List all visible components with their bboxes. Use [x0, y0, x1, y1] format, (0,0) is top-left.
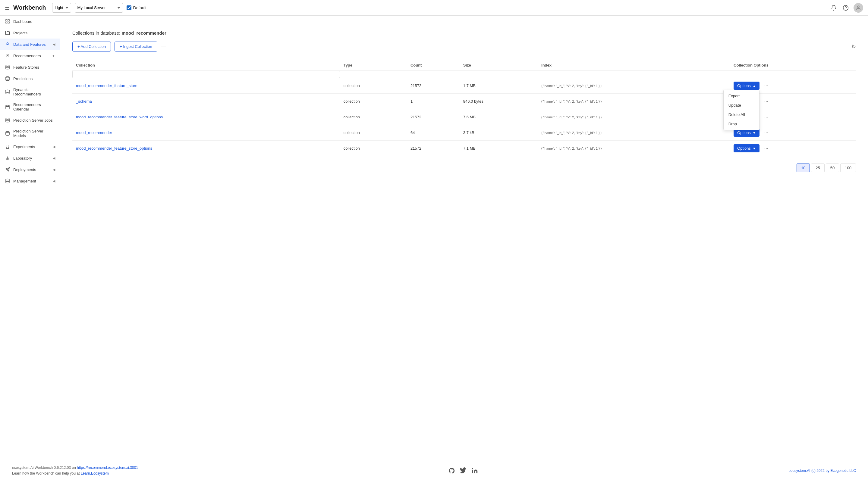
- row-type: collection: [340, 109, 407, 125]
- svg-rect-3: [6, 20, 7, 21]
- svg-rect-5: [6, 22, 7, 23]
- footer-version: ecosystem.Ai Workbench 0.6.212.03 on htt…: [12, 465, 138, 471]
- page-btn-25[interactable]: 25: [811, 164, 824, 172]
- sidebar-item-recommenders-calendar[interactable]: Recommenders Calendar: [0, 99, 60, 114]
- sidebar-item-predictions[interactable]: Predictions: [0, 73, 60, 84]
- table-row: mood_recommender_feature_store_options c…: [72, 141, 856, 156]
- chevron-left-icon: ◀: [53, 145, 55, 149]
- sidebar-item-dynamic-recommenders[interactable]: Dynamic Recommenders: [0, 84, 60, 99]
- table-filter-row: [72, 71, 856, 78]
- collections-label: Collections in database:: [72, 30, 120, 36]
- notification-icon[interactable]: [830, 4, 838, 12]
- github-icon[interactable]: [448, 467, 455, 474]
- sidebar-item-feature-stores[interactable]: Feature Stores: [0, 61, 60, 73]
- collections-table: Collection Type Count Size Index Collect…: [72, 60, 856, 156]
- svg-point-2: [858, 6, 859, 7]
- col-index: Index: [538, 60, 730, 71]
- main-layout: Dashboard Projects Data and Features ◀ R…: [0, 16, 868, 461]
- export-button[interactable]: Export: [724, 91, 759, 101]
- collection-link[interactable]: mood_recommender_feature_store: [76, 83, 137, 88]
- more-button[interactable]: ···: [762, 129, 771, 137]
- footer-left: ecosystem.Ai Workbench 0.6.212.03 on htt…: [12, 465, 138, 476]
- management-icon: [5, 178, 10, 184]
- col-count: Count: [407, 60, 460, 71]
- sidebar-item-projects[interactable]: Projects: [0, 27, 60, 39]
- sidebar-item-prediction-server-jobs[interactable]: Prediction Server Jobs: [0, 114, 60, 126]
- sidebar-item-label: Deployments: [13, 167, 50, 172]
- sidebar-item-experiments[interactable]: Experiments ◀: [0, 141, 60, 152]
- collection-link[interactable]: mood_recommender_feature_store_word_opti…: [76, 115, 163, 119]
- dash-separator: —: [161, 43, 166, 50]
- add-collection-button[interactable]: + Add Collection: [72, 41, 111, 52]
- svg-point-24: [6, 179, 9, 180]
- page-btn-100[interactable]: 100: [840, 164, 856, 172]
- sidebar-item-label: Projects: [13, 31, 55, 35]
- svg-point-8: [7, 54, 8, 56]
- options-dropdown-menu: Export Update Delete All Drop: [723, 90, 760, 130]
- page-btn-50[interactable]: 50: [826, 164, 839, 172]
- sidebar-item-dashboard[interactable]: Dashboard: [0, 16, 60, 27]
- options-button[interactable]: Options ▲: [734, 81, 760, 90]
- sidebar-item-management[interactable]: Management ◀: [0, 175, 60, 187]
- more-button[interactable]: ···: [762, 113, 771, 121]
- help-icon[interactable]: [841, 4, 850, 12]
- options-button[interactable]: Options ▼: [734, 144, 760, 152]
- linkedin-icon[interactable]: [471, 467, 478, 474]
- sidebar-item-data-and-features[interactable]: Data and Features ◀: [0, 39, 60, 50]
- drop-button[interactable]: Drop: [724, 119, 759, 129]
- row-size: 3.7 kB: [460, 125, 538, 141]
- app-title: Workbench: [13, 4, 46, 11]
- page-btn-10[interactable]: 10: [797, 164, 810, 172]
- collection-link[interactable]: _schema: [76, 99, 92, 104]
- recommenders-icon: [5, 53, 10, 59]
- theme-select[interactable]: Light Dark: [52, 3, 71, 13]
- svg-point-10: [6, 76, 9, 78]
- delete-all-button[interactable]: Delete All: [724, 110, 759, 119]
- sidebar-item-label: Prediction Server Jobs: [13, 118, 55, 123]
- row-index: { "name": "_id_", "v": 2, "key": { "_id"…: [538, 78, 730, 94]
- menu-icon[interactable]: ☰: [5, 4, 10, 11]
- collection-link[interactable]: mood_recommender_feature_store_options: [76, 146, 152, 150]
- feature-stores-icon: [5, 64, 10, 70]
- default-checkbox-wrap: Default: [127, 5, 147, 10]
- more-button[interactable]: ···: [762, 144, 771, 152]
- topbar: ☰ Workbench Light Dark My Local Server D…: [0, 0, 868, 16]
- footer-learn: Learn how the Workbench can help you at …: [12, 471, 138, 476]
- user-avatar[interactable]: [854, 3, 863, 13]
- row-type: collection: [340, 141, 407, 156]
- col-options: Collection Options: [730, 60, 856, 71]
- footer-learn-link[interactable]: Learn.Ecosystem: [81, 471, 109, 476]
- sidebar: Dashboard Projects Data and Features ◀ R…: [0, 16, 60, 461]
- svg-rect-12: [6, 105, 9, 109]
- sidebar-item-prediction-server-models[interactable]: Prediction Server Models: [0, 126, 60, 141]
- more-button[interactable]: ···: [762, 82, 771, 90]
- table-header-row: Collection Type Count Size Index Collect…: [72, 60, 856, 71]
- twitter-icon[interactable]: [460, 467, 467, 474]
- collection-link[interactable]: mood_recommender: [76, 130, 112, 135]
- col-type: Type: [340, 60, 407, 71]
- projects-icon: [5, 30, 10, 36]
- chevron-left-icon: ◀: [53, 179, 55, 183]
- ingest-collection-button[interactable]: + Ingest Collection: [115, 41, 157, 52]
- sidebar-item-laboratory[interactable]: Laboratory ◀: [0, 152, 60, 164]
- row-type: collection: [340, 78, 407, 94]
- chevron-down-icon: ▼: [52, 54, 55, 58]
- svg-point-9: [6, 65, 9, 66]
- deployments-icon: [5, 167, 10, 172]
- default-checkbox[interactable]: [127, 5, 131, 10]
- svg-rect-4: [8, 20, 9, 21]
- sidebar-item-recommenders[interactable]: Recommenders ▼: [0, 50, 60, 61]
- server-select[interactable]: My Local Server: [75, 3, 123, 13]
- footer-server-link[interactable]: https://recommend.ecosystem.ai:3001: [77, 466, 138, 470]
- sidebar-item-label: Predictions: [13, 76, 55, 81]
- refresh-icon[interactable]: ↻: [851, 43, 856, 50]
- more-button[interactable]: ···: [762, 98, 771, 105]
- svg-point-17: [6, 131, 9, 133]
- row-options-cell: Options ▼ ···: [730, 141, 856, 156]
- update-button[interactable]: Update: [724, 101, 759, 110]
- row-count: 1: [407, 94, 460, 109]
- sidebar-item-label: Recommenders Calendar: [13, 102, 55, 111]
- chevron-left-icon: ◀: [53, 156, 55, 160]
- sidebar-item-deployments[interactable]: Deployments ◀: [0, 164, 60, 175]
- collection-filter-input[interactable]: [72, 71, 340, 78]
